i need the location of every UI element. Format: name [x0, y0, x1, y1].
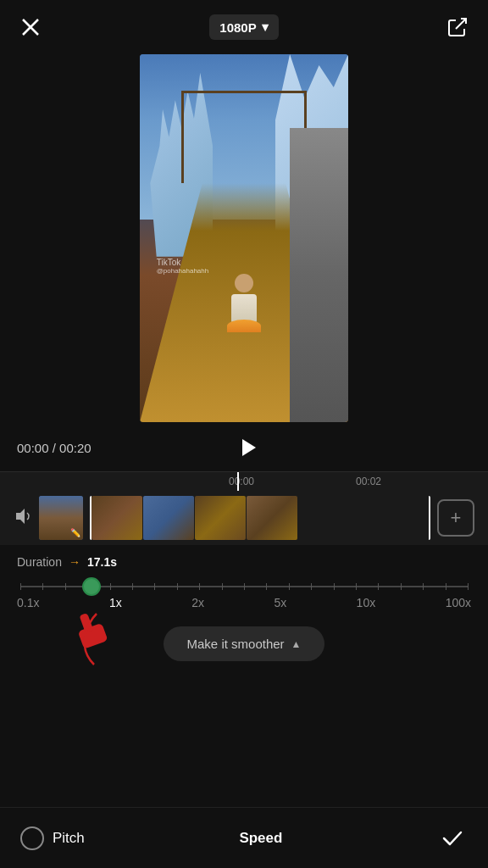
speed-title: Speed [239, 830, 282, 847]
timeline-section: 00:00 00:02 placeholder ✏️ + [0, 471, 488, 545]
duration-label: Duration [17, 555, 62, 569]
timeline-tracks: ✏️ + [0, 491, 488, 545]
audio-thumbnail: ✏️ [39, 496, 83, 540]
header: 1080P ▾ [0, 0, 488, 54]
arrow-icon: → [69, 555, 80, 569]
svg-marker-4 [16, 509, 25, 524]
smoother-arrow-icon: ▲ [291, 638, 302, 650]
audio-thumbnail-strip: ✏️ [39, 496, 83, 540]
ruler-time-0: 00:00 [229, 476, 254, 487]
export-button[interactable] [442, 12, 473, 42]
resolution-label: 1080P [219, 20, 256, 35]
video-preview: TikTok @pohahahahahh [140, 54, 348, 422]
timeline-ruler: 00:00 00:02 placeholder [0, 472, 488, 491]
slider-thumb[interactable] [82, 577, 101, 596]
video-frame: TikTok @pohahahahahh [140, 54, 348, 422]
volume-icon[interactable] [14, 507, 32, 530]
ruler-time-2: 00:02 [356, 476, 381, 487]
speed-label-1x: 1x [109, 596, 122, 609]
pitch-button[interactable]: Pitch [20, 826, 85, 850]
svg-marker-3 [242, 439, 256, 456]
speed-label-5x: 5x [274, 596, 286, 609]
pitch-label: Pitch [53, 830, 85, 847]
video-thumb-3 [195, 496, 246, 540]
watermark: TikTok @pohahahahahh [157, 258, 209, 275]
video-thumb-4 [247, 496, 297, 540]
duration-row: Duration → 17.1s [17, 555, 471, 569]
duration-value: 17.1s [87, 555, 117, 569]
speed-section: Duration → 17.1s [0, 545, 488, 661]
time-separator: / [53, 441, 56, 455]
speed-label-2x: 2x [191, 596, 204, 609]
speed-slider-container [17, 586, 471, 587]
speed-label-10x: 10x [357, 596, 376, 609]
time-display: 00:00 / 00:20 [17, 441, 92, 455]
edit-icon: ✏️ [70, 528, 80, 537]
playback-row: 00:00 / 00:20 [0, 422, 488, 471]
make-smoother-button[interactable]: Make it smoother ▲ [164, 626, 325, 661]
bottom-bar: Pitch Speed [0, 807, 488, 868]
play-button[interactable] [230, 431, 264, 465]
dropdown-arrow-icon: ▾ [262, 19, 269, 35]
total-time: 00:20 [59, 441, 92, 455]
pitch-circle-icon [20, 826, 44, 850]
slider-track[interactable] [20, 586, 468, 587]
svg-line-2 [456, 19, 466, 29]
speed-label-100x: 100x [446, 596, 471, 609]
video-thumb-2 [143, 496, 194, 540]
resolution-dropdown[interactable]: 1080P ▾ [209, 14, 278, 40]
add-clip-button[interactable]: + [437, 499, 474, 537]
current-time: 00:00 [17, 441, 49, 455]
speed-labels: 0.1x 1x 2x 5x 10x 100x [17, 596, 471, 609]
smoother-label: Make it smoother [187, 637, 285, 651]
timeline-cursor[interactable] [237, 472, 239, 491]
video-thumb-1 [92, 496, 142, 540]
confirm-button[interactable] [437, 823, 468, 854]
close-button[interactable] [15, 12, 46, 42]
speed-label-01x: 0.1x [17, 596, 39, 609]
